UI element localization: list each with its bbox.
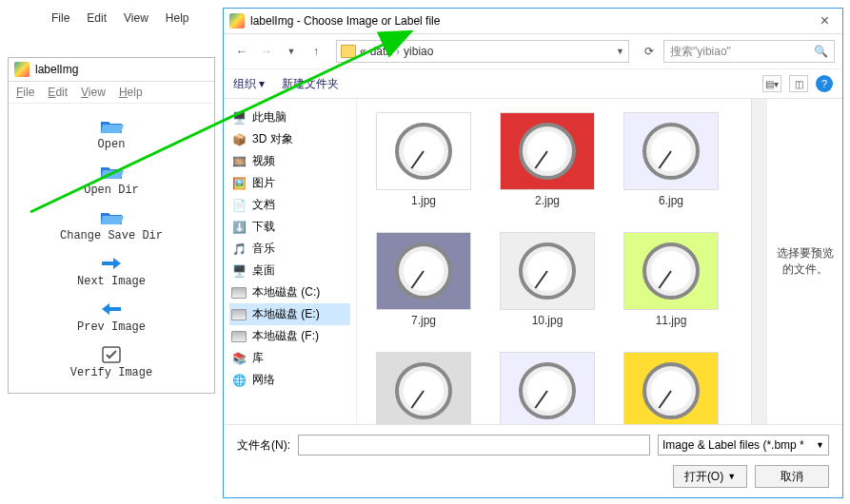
file-item-partial[interactable] (614, 348, 728, 424)
file-dialog: labelImg - Choose Image or Label file × … (223, 8, 843, 498)
li-menu-edit[interactable]: Edit (48, 86, 68, 99)
lib-icon: 📚 (231, 352, 247, 365)
li-menu-file[interactable]: File (16, 86, 34, 99)
tool-prev-image[interactable]: Prev Image (9, 294, 214, 339)
cancel-button[interactable]: 取消 (755, 465, 829, 488)
address-bar[interactable]: « data › yibiao ▼ (336, 40, 629, 63)
refresh-button[interactable]: ⟳ (639, 41, 660, 62)
tool-verify-image[interactable]: Verify Image (9, 339, 214, 385)
menu-view[interactable]: View (124, 11, 148, 25)
disk-icon (231, 330, 247, 343)
li-menu-help[interactable]: Help (119, 86, 143, 99)
file-item[interactable]: 2.jpg (490, 108, 604, 211)
file-thumbnail (500, 112, 595, 190)
li-menu-view[interactable]: View (81, 86, 106, 99)
breadcrumb-yibiao[interactable]: yibiao (404, 45, 433, 58)
disk-icon (231, 286, 247, 300)
tree-item-4[interactable]: 📄文档 (229, 194, 350, 216)
file-item[interactable]: 10.jpg (490, 228, 604, 331)
tree-item-11[interactable]: 📚库 (229, 347, 350, 369)
scrollbar[interactable] (751, 99, 766, 424)
new-folder-button[interactable]: 新建文件夹 (282, 76, 339, 92)
tree-item-7[interactable]: 🖥️桌面 (229, 260, 350, 281)
tool-change-save-dir-label: Change Save Dir (60, 229, 163, 242)
nav-tree: 🖥️此电脑📦3D 对象🎞️视频🖼️图片📄文档⬇️下载🎵音乐🖥️桌面本地磁盘 (C… (224, 99, 357, 424)
dialog-footer: 文件名(N): Image & Label files (*.bmp * ▼ 打… (224, 424, 842, 497)
file-thumbnail (376, 232, 471, 310)
tool-open-label: Open (98, 138, 126, 151)
open-split-dropdown-icon[interactable]: ▼ (727, 472, 736, 481)
tree-item-12[interactable]: 🌐网络 (229, 369, 350, 391)
labelimg-menubar: File Edit View Help (9, 82, 214, 104)
file-item[interactable]: 1.jpg (366, 108, 481, 211)
tree-item-10[interactable]: 本地磁盘 (F:) (229, 325, 350, 347)
file-name: 1.jpg (411, 194, 436, 207)
tool-open-dir-label: Open Dir (84, 184, 139, 197)
file-thumbnail (623, 232, 719, 310)
music-icon: 🎵 (231, 242, 247, 256)
tree-item-0[interactable]: 🖥️此电脑 (229, 107, 350, 128)
breadcrumb-data[interactable]: data (370, 45, 392, 58)
filename-input[interactable] (298, 435, 650, 456)
tree-item-3[interactable]: 🖼️图片 (229, 172, 350, 194)
open-button-label: 打开(O) (684, 469, 723, 485)
tree-item-5[interactable]: ⬇️下载 (229, 216, 350, 238)
file-item[interactable]: 7.jpg (366, 228, 481, 331)
docs-icon: 📄 (231, 199, 247, 212)
file-name: 7.jpg (411, 314, 436, 327)
search-icon: 🔍 (814, 45, 828, 58)
file-item-partial[interactable] (490, 348, 604, 424)
dialog-nav: ← → ▼ ↑ « data › yibiao ▼ ⟳ 搜索"yibiao" 🔍 (224, 34, 842, 69)
nav-back-button[interactable]: ← (231, 41, 252, 62)
tool-next-image[interactable]: Next Image (9, 248, 214, 294)
view-mode-button[interactable]: ▤▾ (762, 75, 781, 92)
tree-item-1[interactable]: 📦3D 对象 (229, 128, 350, 150)
file-thumbnail (376, 112, 471, 190)
preview-pane: 选择要预览的文件。 (766, 99, 842, 424)
nav-forward-button[interactable]: → (256, 41, 277, 62)
file-name: 10.jpg (532, 314, 563, 327)
dialog-app-icon (229, 13, 245, 29)
tree-item-6[interactable]: 🎵音乐 (229, 238, 350, 260)
tree-item-2[interactable]: 🎞️视频 (229, 150, 350, 172)
labelimg-title-text: labelImg (35, 63, 78, 76)
file-item[interactable]: 6.jpg (614, 108, 728, 211)
tree-item-label: 网络 (252, 372, 275, 388)
labelimg-titlebar: labelImg (9, 58, 214, 82)
cancel-button-label: 取消 (781, 469, 803, 485)
tree-item-label: 本地磁盘 (F:) (252, 328, 319, 344)
search-box[interactable]: 搜索"yibiao" 🔍 (663, 40, 835, 63)
menu-edit[interactable]: Edit (87, 11, 107, 25)
labelimg-toolbox: Open Open Dir Change Save Dir Next Image… (9, 104, 214, 393)
tool-open[interactable]: Open (9, 111, 214, 157)
tree-item-label: 库 (252, 350, 264, 366)
filename-label: 文件名(N): (237, 437, 290, 454)
file-item[interactable]: 11.jpg (614, 228, 728, 331)
breadcrumb-root: « (360, 45, 366, 58)
filetype-select[interactable]: Image & Label files (*.bmp * ▼ (658, 435, 829, 456)
tool-prev-image-label: Prev Image (77, 320, 146, 334)
dialog-title: labelImg - Choose Image or Label file (250, 14, 440, 28)
breadcrumb-sep-icon: › (396, 45, 400, 58)
preview-pane-button[interactable]: ◫ (789, 75, 808, 92)
file-item-partial[interactable] (366, 348, 481, 424)
tree-item-9[interactable]: 本地磁盘 (E:) (229, 303, 350, 325)
open-button[interactable]: 打开(O) ▼ (673, 465, 747, 488)
organize-button[interactable]: 组织 ▾ (233, 76, 265, 92)
pictures-icon: 🖼️ (231, 177, 247, 190)
tree-item-label: 下载 (252, 219, 275, 235)
help-button[interactable]: ? (816, 75, 833, 92)
menu-help[interactable]: Help (166, 11, 189, 25)
menu-file[interactable]: File (51, 11, 69, 25)
tool-change-save-dir[interactable]: Change Save Dir (9, 203, 214, 248)
file-thumbnail (376, 352, 471, 424)
tool-open-dir[interactable]: Open Dir (9, 157, 214, 203)
pc-icon: 🖥️ (231, 111, 247, 125)
nav-recent-dropdown[interactable]: ▼ (281, 41, 302, 62)
tree-item-8[interactable]: 本地磁盘 (C:) (229, 281, 350, 303)
labelimg-window: labelImg File Edit View Help Open Open D… (8, 57, 215, 394)
dialog-close-button[interactable]: × (813, 12, 837, 29)
preview-placeholder: 选择要预览的文件。 (773, 245, 837, 278)
address-dropdown-icon[interactable]: ▼ (616, 47, 624, 56)
nav-up-button[interactable]: ↑ (306, 41, 326, 62)
